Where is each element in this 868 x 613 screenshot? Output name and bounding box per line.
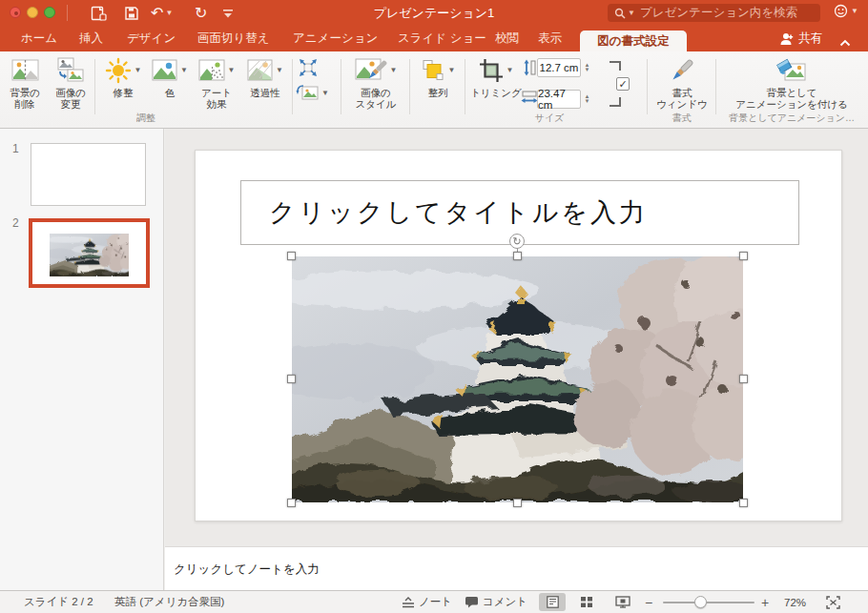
remove-background-icon: [11, 58, 39, 82]
main-area: 1 2 クリックしてタイトルを入力 ↻: [0, 129, 868, 546]
powerpoint-window: ↶ ▼ ↻ プレゼンテーション1 ▼ プレゼンテーション内を検索 ▼ ホーム 挿…: [0, 0, 868, 613]
shape-width-input[interactable]: 23.47 cm: [537, 90, 581, 109]
artistic-effects-icon: [198, 59, 225, 81]
new-slide-button[interactable]: [91, 4, 107, 22]
resize-handle-middle-right[interactable]: [739, 375, 748, 383]
ribbon: 背景の 削除 画像の 変更 ▼ 修整 ▼ 色 ▼ アート 効果 ▼ 透過性 調整: [0, 51, 868, 129]
tab-insert[interactable]: 挿入: [79, 26, 103, 51]
undo-button[interactable]: ↶ ▼: [151, 4, 173, 22]
minimize-window-button[interactable]: [27, 7, 38, 18]
language-indicator[interactable]: 英語 (アメリカ合衆国): [114, 591, 224, 613]
ribbon-tabs: ホーム 挿入 デザイン 画面切り替え アニメーション スライド ショー 校閲 表…: [0, 26, 868, 51]
tab-view[interactable]: 表示: [538, 26, 562, 51]
notes-input-area[interactable]: クリックしてノートを入力: [165, 546, 868, 590]
ribbon-separator: [94, 59, 95, 114]
resize-handle-top-right[interactable]: [739, 252, 748, 260]
tab-transitions[interactable]: 画面切り替え: [197, 26, 270, 51]
resize-handle-bottom-center[interactable]: [513, 499, 522, 507]
feedback-button[interactable]: ▼: [834, 4, 858, 18]
lock-aspect-ratio-checkbox[interactable]: ✓: [616, 77, 630, 91]
selected-picture[interactable]: ↻: [292, 256, 743, 502]
tab-home[interactable]: ホーム: [21, 26, 57, 51]
color-button[interactable]: ▼ 色: [149, 54, 191, 98]
arrange-button[interactable]: ▼ 整列: [415, 54, 461, 98]
notes-toggle-button[interactable]: ノート: [402, 591, 452, 613]
compress-picture-icon: [298, 58, 319, 77]
resize-handle-bottom-left[interactable]: [287, 499, 296, 507]
color-icon: [152, 59, 177, 81]
remove-background-button[interactable]: 背景の 削除: [3, 54, 47, 111]
search-input[interactable]: ▼ プレゼンテーション内を検索: [608, 4, 820, 22]
status-bar: スライド 2 / 2 英語 (アメリカ合衆国) ノート コメント − + 72%: [0, 590, 868, 613]
slideshow-view-button[interactable]: [610, 593, 636, 611]
crop-button[interactable]: ▼ トリミング: [470, 54, 522, 98]
slide-counter: スライド 2 / 2: [24, 591, 93, 613]
share-button[interactable]: 共有: [778, 26, 822, 51]
zoom-slider[interactable]: [663, 602, 754, 603]
fit-slide-to-window-button[interactable]: [826, 591, 840, 613]
transparency-button[interactable]: ▼ 透過性: [242, 54, 288, 98]
share-label: 共有: [798, 31, 822, 47]
new-slide-icon: [91, 6, 107, 21]
reset-picture-button[interactable]: ▼: [296, 83, 329, 102]
animate-background-icon: [776, 58, 807, 83]
corrections-button[interactable]: ▼ 修整: [99, 54, 147, 98]
comments-toggle-button[interactable]: コメント: [465, 591, 527, 613]
slide-sorter-icon: [580, 596, 593, 608]
undo-dropdown-chevron[interactable]: ▼: [165, 9, 173, 17]
artistic-effects-button[interactable]: ▼ アート 効果: [193, 54, 240, 111]
tab-design[interactable]: デザイン: [127, 26, 176, 51]
castle-cherry-blossom-image: [292, 256, 743, 502]
undo-icon: ↶: [151, 4, 163, 22]
customize-toolbar-icon: [222, 9, 234, 18]
collapse-ribbon-button[interactable]: [839, 33, 851, 51]
tab-review[interactable]: 校閲: [495, 26, 519, 51]
tab-animations[interactable]: アニメーション: [293, 26, 378, 51]
resize-handle-bottom-right[interactable]: [739, 499, 748, 507]
change-picture-button[interactable]: 画像の 変更: [49, 54, 93, 111]
resize-handle-middle-left[interactable]: [287, 375, 296, 383]
slide-1-thumbnail[interactable]: [31, 143, 146, 206]
close-window-button[interactable]: [10, 7, 21, 18]
notes-toggle-label: ノート: [419, 595, 452, 609]
format-pane-brush-icon: [668, 56, 696, 85]
zoom-in-button[interactable]: +: [761, 591, 769, 613]
format-pane-button[interactable]: 書式 ウィンドウ: [652, 54, 712, 111]
zoom-window-button[interactable]: [44, 7, 55, 18]
width-stepper[interactable]: ▲▼: [582, 90, 592, 109]
customize-toolbar-button[interactable]: [222, 4, 234, 22]
titlebar: ↶ ▼ ↻ プレゼンテーション1 ▼ プレゼンテーション内を検索 ▼: [0, 0, 868, 26]
animate-as-background-button[interactable]: 背景として アニメーションを付ける: [721, 54, 862, 111]
slide-2-thumbnail[interactable]: [29, 218, 150, 288]
chevron-up-icon: [839, 39, 851, 47]
search-scope-chevron[interactable]: ▼: [628, 9, 635, 17]
reset-picture-chevron: ▼: [321, 89, 329, 97]
zoom-level[interactable]: 72%: [784, 591, 806, 613]
compress-picture-button[interactable]: [298, 58, 319, 77]
arrange-chevron: ▼: [448, 66, 456, 74]
ribbon-separator: [715, 59, 716, 114]
reset-picture-icon: [296, 83, 319, 102]
redo-button[interactable]: ↻: [195, 4, 207, 22]
slide-2-editing-surface[interactable]: クリックしてタイトルを入力 ↻: [195, 150, 842, 521]
resize-handle-top-left[interactable]: [287, 252, 296, 260]
normal-view-button[interactable]: [539, 593, 566, 611]
resize-handle-top-center[interactable]: [513, 252, 522, 260]
normal-view-icon: [547, 596, 559, 608]
slide-sorter-view-button[interactable]: [573, 593, 600, 611]
picture-styles-button[interactable]: ▼ 画像の スタイル: [346, 54, 405, 111]
height-stepper[interactable]: ▲▼: [582, 58, 592, 77]
save-button[interactable]: [124, 4, 139, 22]
slide-1-number: 1: [12, 142, 19, 155]
zoom-slider-knob[interactable]: [694, 596, 707, 608]
shape-height-input[interactable]: 12.7 cm: [537, 58, 581, 77]
ribbon-separator: [292, 59, 293, 114]
save-icon: [124, 6, 139, 21]
tab-slideshow[interactable]: スライド ショー: [398, 26, 486, 51]
stepper-down: ▼: [585, 99, 590, 104]
picture-styles-chevron: ▼: [390, 66, 398, 74]
zoom-out-button[interactable]: −: [645, 591, 652, 613]
slide-thumbnail-panel: 1 2: [0, 129, 164, 546]
tab-picture-format[interactable]: 図の書式設定: [580, 31, 687, 51]
rotation-handle[interactable]: ↻: [509, 234, 525, 249]
